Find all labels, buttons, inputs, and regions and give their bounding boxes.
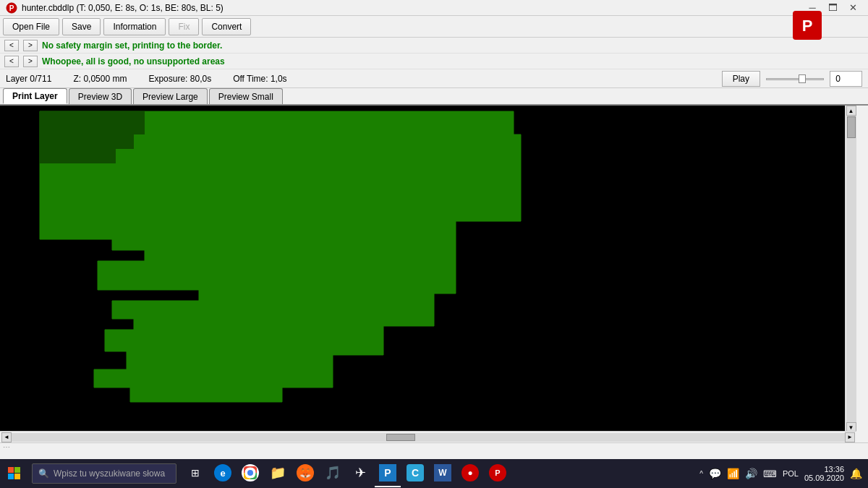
slider-thumb[interactable]	[799, 74, 806, 83]
taskbar-app-word[interactable]: W	[430, 460, 456, 487]
hscroll-thumb[interactable]	[386, 434, 415, 441]
convert-button[interactable]: Convert	[202, 18, 251, 35]
tab-preview-3d[interactable]: Preview 3D	[69, 88, 132, 104]
vscroll-up-arrow[interactable]: ▲	[846, 106, 856, 116]
taskbar-apps: ⊞ e 📁 🦊 🎵	[182, 460, 511, 487]
svg-text:P: P	[802, 17, 813, 35]
message-2: Whoopee, all is good, no unsupported are…	[42, 56, 225, 67]
layer-spinbox[interactable]	[830, 71, 862, 87]
taskbar: 🔍 Wpisz tu wyszukiwane słowa ⊞ e	[0, 459, 868, 488]
tray-volume-icon: 🔊	[745, 468, 757, 479]
title-text: hunter.cbddlp (T: 0,050, E: 8s, O: 1s, B…	[22, 3, 224, 13]
taskbar-app-firefox[interactable]: 🦊	[292, 460, 318, 487]
toolbar: Open File Save Information Fix Convert P	[0, 16, 868, 38]
taskbar-app-red[interactable]: ●	[457, 460, 483, 487]
clock-date: 05.09.2020	[804, 474, 844, 482]
layer-canvas: ▲ ▼	[0, 106, 856, 431]
vscroll-thumb[interactable]	[847, 116, 856, 138]
notification-icon[interactable]: 🔔	[850, 468, 862, 479]
save-button[interactable]: Save	[62, 18, 101, 35]
open-file-button[interactable]: Open File	[3, 18, 59, 35]
search-bar[interactable]: 🔍 Wpisz tu wyszukiwane słowa	[32, 463, 176, 484]
tab-preview-large[interactable]: Preview Large	[133, 88, 208, 104]
horizontal-scrollbar: ◄ ►	[0, 431, 856, 442]
layer-number: Layer 0/711	[6, 74, 51, 84]
size-grip: ⋯	[0, 442, 868, 451]
vertical-scrollbar: ▲ ▼	[845, 106, 856, 431]
play-button[interactable]: Play	[722, 71, 760, 87]
hscroll-left-arrow[interactable]: ◄	[1, 432, 12, 442]
nav-forward-button-1[interactable]: >	[23, 40, 38, 51]
taskbar-app-chrome[interactable]	[237, 460, 263, 487]
z-value: Z: 0,0500 mm	[73, 74, 127, 84]
tray-icon-1: 💬	[709, 468, 721, 479]
vscroll-track	[846, 116, 856, 422]
nav-row-1: < > No safety margin set, printing to th…	[0, 38, 868, 53]
app-logo: P	[793, 11, 822, 40]
search-placeholder: Wpisz tu wyszukiwane słowa	[54, 468, 165, 479]
nav-back-button-1[interactable]: <	[4, 40, 19, 51]
clock-time: 13:36	[804, 465, 844, 474]
tray-wifi-icon: 📶	[727, 468, 739, 479]
vscroll-down-arrow[interactable]: ▼	[846, 422, 856, 431]
maximize-button[interactable]: 🗖	[823, 0, 842, 16]
tabs-container: Print Layer Preview 3D Preview Large Pre…	[0, 88, 868, 106]
taskbar-app-c[interactable]: C	[402, 460, 428, 487]
layer-info-bar: Layer 0/711 Z: 0,0500 mm Exposure: 80,0s…	[0, 69, 868, 88]
play-area: Play	[722, 71, 862, 87]
search-icon: 🔍	[38, 468, 49, 479]
tray-chevron[interactable]: ^	[699, 470, 703, 478]
hscroll-right-arrow[interactable]: ►	[845, 432, 855, 442]
titlebar-left: P hunter.cbddlp (T: 0,050, E: 8s, O: 1s,…	[6, 2, 224, 14]
tab-preview-small[interactable]: Preview Small	[209, 88, 283, 104]
slider-track	[766, 78, 824, 80]
taskbar-app-1[interactable]: 🎵	[320, 460, 346, 487]
layer-image	[0, 106, 856, 431]
svg-rect-7	[8, 467, 14, 473]
taskbar-app-printer[interactable]: P	[485, 460, 511, 487]
clock: 13:36 05.09.2020	[804, 465, 844, 482]
information-button[interactable]: Information	[103, 18, 166, 35]
windows-icon	[8, 467, 21, 480]
taskbar-right: ^ 💬 📶 🔊 ⌨ POL 13:36 05.09.2020 🔔	[699, 465, 868, 482]
slider-container	[766, 72, 824, 85]
svg-rect-8	[14, 467, 20, 473]
start-button[interactable]	[0, 459, 29, 488]
hscroll-track	[12, 433, 845, 442]
svg-text:P: P	[9, 4, 14, 12]
nav-back-button-2[interactable]: <	[4, 56, 19, 67]
taskbar-app-2[interactable]: ✈	[347, 460, 373, 487]
exposure-value: Exposure: 80,0s	[148, 74, 211, 84]
app-icon: P	[6, 2, 17, 14]
title-bar: P hunter.cbddlp (T: 0,050, E: 8s, O: 1s,…	[0, 0, 868, 16]
taskbar-app-explorer[interactable]: 📁	[265, 460, 291, 487]
tab-print-layer[interactable]: Print Layer	[3, 88, 67, 104]
taskbar-app-edge[interactable]: e	[210, 460, 236, 487]
taskbar-app-taskview[interactable]: ⊞	[182, 460, 208, 487]
off-time-value: Off Time: 1,0s	[233, 74, 286, 84]
svg-rect-9	[8, 474, 14, 479]
fix-button[interactable]: Fix	[169, 18, 199, 35]
nav-row-2: < > Whoopee, all is good, no unsupported…	[0, 53, 868, 69]
chrome-icon	[244, 466, 257, 479]
message-1: No safety margin set, printing to the bo…	[42, 40, 222, 51]
tray-lang: POL	[783, 469, 799, 478]
canvas-container: ▲ ▼ ◄ ► ⋯	[0, 106, 868, 451]
grip-icon: ⋯	[3, 443, 10, 451]
nav-forward-button-2[interactable]: >	[23, 56, 38, 67]
svg-rect-10	[14, 474, 20, 479]
tray-keyboard-icon: ⌨	[763, 468, 777, 479]
taskbar-app-publisher[interactable]: P	[375, 460, 401, 487]
close-button[interactable]: ✕	[843, 0, 862, 16]
svg-point-12	[247, 470, 253, 476]
